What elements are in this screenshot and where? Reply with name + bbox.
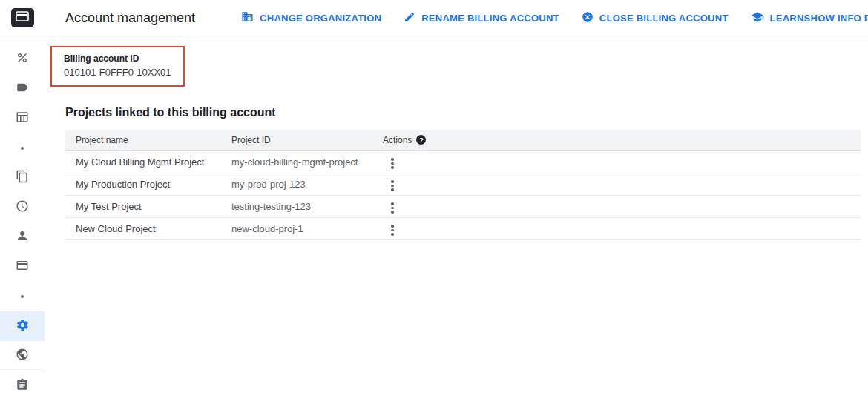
- actions-header-label: Actions: [383, 135, 412, 145]
- table-row: My Test Project testing-testing-123: [65, 195, 861, 217]
- projects-section-heading: Projects linked to this billing account: [65, 106, 868, 119]
- column-header-project-id: Project ID: [231, 130, 383, 150]
- sidebar-item-account[interactable]: [0, 222, 45, 252]
- cost-table-icon: [16, 110, 29, 127]
- learn-label: LEARN: [770, 13, 804, 24]
- row-actions-menu-button[interactable]: [387, 222, 398, 239]
- learn-icon: [751, 10, 764, 26]
- learn-button[interactable]: LEARN: [751, 10, 804, 26]
- credit-card-icon: [16, 259, 29, 275]
- sidebar-item-pricing[interactable]: [0, 341, 45, 371]
- close-billing-account-label: CLOSE BILLING ACCOUNT: [599, 13, 729, 24]
- sidebar-item-collapsed-1[interactable]: [0, 133, 45, 163]
- rename-billing-account-button[interactable]: RENAME BILLING ACCOUNT: [404, 11, 559, 25]
- project-id-cell: my-prod-proj-123: [231, 173, 383, 195]
- sidebar-item-collapsed-2[interactable]: [0, 282, 45, 311]
- main-content: Billing account ID 010101-F0FFF0-10XX01 …: [45, 36, 868, 407]
- sidebar-item-payment-method[interactable]: [0, 252, 45, 282]
- copy-icon: [16, 170, 29, 186]
- help-icon[interactable]: ?: [416, 135, 426, 145]
- person-icon: [16, 229, 29, 245]
- top-bar: Account management CHANGE ORGANIZATION R…: [0, 0, 868, 36]
- table-header-row: Project name Project ID Actions ?: [65, 130, 861, 150]
- sidebar-item-labels[interactable]: [0, 74, 45, 104]
- billing-account-id-label: Billing account ID: [64, 53, 171, 64]
- close-circle-icon: [582, 11, 594, 25]
- project-id-cell: my-cloud-billing-mgmt-project: [231, 150, 383, 173]
- project-id-cell: new-cloud-proj-1: [231, 217, 383, 239]
- pencil-icon: [404, 11, 415, 25]
- dot-icon: [21, 295, 24, 298]
- sidebar-item-transactions[interactable]: [0, 193, 45, 222]
- billing-card-icon: [16, 11, 29, 24]
- app-logo[interactable]: [11, 8, 34, 27]
- table-row: My Production Project my-prod-proj-123: [65, 173, 861, 195]
- sidebar-item-reports[interactable]: [0, 371, 45, 401]
- sidebar-item-discounts[interactable]: [0, 44, 45, 74]
- column-header-actions: Actions ?: [383, 130, 861, 150]
- rename-billing-account-label: RENAME BILLING ACCOUNT: [421, 13, 559, 24]
- row-actions-menu-button[interactable]: [387, 177, 398, 194]
- billing-account-id-value: 010101-F0FFF0-10XX01: [64, 66, 171, 79]
- change-organization-label: CHANGE ORGANIZATION: [260, 13, 381, 24]
- project-id-cell: testing-testing-123: [231, 195, 383, 217]
- organization-icon: [241, 10, 254, 25]
- table-row: My Cloud Billing Mgmt Project my-cloud-b…: [65, 150, 861, 173]
- history-icon: [16, 199, 29, 216]
- page-title: Account management: [65, 10, 195, 26]
- project-name-cell: My Test Project: [65, 195, 231, 217]
- sidebar-item-documents[interactable]: [0, 163, 45, 193]
- account-management-page: Account management CHANGE ORGANIZATION R…: [0, 0, 868, 407]
- projects-table: Project name Project ID Actions ? My Clo…: [65, 130, 861, 240]
- label-icon: [16, 81, 29, 97]
- highlight-box: Billing account ID 010101-F0FFF0-10XX01: [50, 46, 185, 87]
- logo-container: [0, 8, 45, 27]
- column-header-project-name: Project name: [65, 130, 231, 150]
- show-info-panel-button[interactable]: SHOW INFO PANEL: [804, 13, 868, 24]
- toolbar: CHANGE ORGANIZATION RENAME BILLING ACCOU…: [241, 10, 804, 26]
- settings-gear-icon: [16, 318, 30, 335]
- dot-icon: [21, 147, 24, 150]
- table-row: New Cloud Project new-cloud-proj-1: [65, 217, 861, 239]
- row-actions-menu-button[interactable]: [387, 155, 398, 172]
- show-info-panel-label: SHOW INFO PANEL: [804, 13, 868, 24]
- globe-icon: [16, 348, 29, 364]
- sidebar-item-account-management[interactable]: [0, 311, 45, 341]
- project-name-cell: My Production Project: [65, 173, 231, 195]
- row-actions-menu-button[interactable]: [387, 199, 398, 216]
- project-name-cell: New Cloud Project: [65, 217, 231, 239]
- sidebar: [0, 36, 45, 407]
- project-name-cell: My Cloud Billing Mgmt Project: [65, 150, 231, 173]
- close-billing-account-button[interactable]: CLOSE BILLING ACCOUNT: [582, 11, 729, 25]
- percent-icon: [16, 51, 29, 67]
- assignment-icon: [16, 378, 29, 394]
- sidebar-item-cost-table[interactable]: [0, 104, 45, 133]
- change-organization-button[interactable]: CHANGE ORGANIZATION: [241, 10, 381, 25]
